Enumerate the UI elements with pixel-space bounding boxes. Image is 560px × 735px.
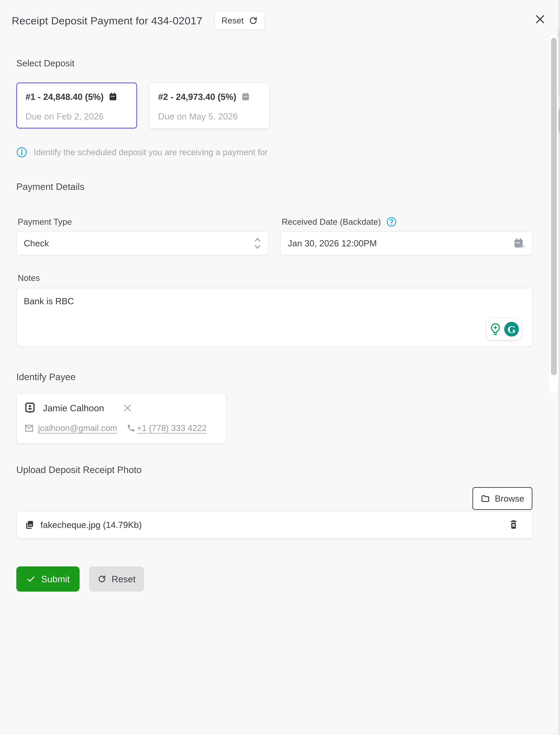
refresh-icon: [98, 575, 106, 583]
deposit-1-due: Due on Feb 2, 2026: [26, 111, 131, 121]
payment-type-field: Payment Type Check: [16, 217, 269, 255]
grammarly-widget[interactable]: G: [487, 318, 521, 340]
phone-icon: [127, 424, 136, 433]
image-icon: [24, 520, 35, 530]
upload-heading: Upload Deposit Receipt Photo: [16, 465, 532, 475]
payee-card: Jamie Calhoon jcalhoon@gmail.com +1 (7: [16, 393, 226, 444]
grammarly-g-icon[interactable]: G: [503, 321, 520, 337]
browse-row: Browse: [16, 487, 532, 510]
received-date-label: Received Date (Backdate): [282, 217, 381, 227]
form-reset-button[interactable]: Reset: [89, 566, 144, 592]
page-edge-strip: [558, 0, 560, 735]
received-date-field: Received Date (Backdate) Jan 30, 2026 12…: [280, 217, 533, 255]
remove-x-icon[interactable]: [123, 403, 132, 413]
header-reset-button[interactable]: Reset: [215, 11, 264, 30]
info-icon: [16, 147, 27, 158]
submit-button[interactable]: Submit: [16, 566, 80, 592]
payee-name: Jamie Calhoon: [43, 403, 104, 413]
payment-details-heading: Payment Details: [16, 182, 532, 192]
deposit-2-due: Due on May 5, 2026: [158, 111, 264, 121]
grammarly-bulb-icon[interactable]: [488, 322, 503, 336]
form-reset-label: Reset: [112, 574, 136, 584]
select-deposit-heading: Select Deposit: [16, 59, 532, 68]
payee-email-link[interactable]: jcalhoon@gmail.com: [38, 423, 117, 433]
calendar-icon: [241, 92, 250, 102]
notes-textarea[interactable]: Bank is RBC G: [16, 288, 532, 346]
contact-card-icon: [24, 402, 35, 414]
check-icon: [26, 574, 36, 584]
folder-icon: [481, 494, 490, 503]
payee-phone-link[interactable]: +1 (778) 333 4222: [137, 423, 207, 433]
received-date-input[interactable]: Jan 30, 2026 12:00PM: [280, 231, 533, 255]
close-icon[interactable]: [534, 14, 546, 25]
submit-label: Submit: [41, 574, 70, 584]
payment-type-value: Check: [24, 238, 254, 248]
identify-payee-heading: Identify Payee: [16, 372, 532, 382]
page-edge-shade: [558, 31, 560, 95]
deposit-options: #1 - 24,848.40 (5%) Due on Feb 2, 2026: [16, 82, 532, 128]
refresh-icon: [249, 16, 258, 25]
browse-button[interactable]: Browse: [472, 487, 532, 510]
payment-fields: Payment Type Check Received Date (Backda…: [16, 217, 532, 255]
modal-body: Select Deposit #1 - 24,848.40 (5%): [0, 59, 560, 592]
file-name: fakecheque.jpg (14.79Kb): [40, 520, 504, 530]
payment-type-label: Payment Type: [18, 217, 72, 227]
page-edge-shade: [558, 109, 560, 133]
scrollbar-track[interactable]: [549, 35, 558, 393]
calendar-edit-icon[interactable]: [513, 237, 525, 249]
trash-x-icon[interactable]: [509, 519, 518, 531]
received-date-value: Jan 30, 2026 12:00PM: [288, 238, 513, 248]
chevron-updown-icon: [254, 236, 261, 250]
page-title: Receipt Deposit Payment for 434-02017: [12, 15, 202, 27]
header-reset-label: Reset: [221, 16, 244, 26]
deposit-card-2[interactable]: #2 - 24,973.40 (5%) Due on May 5, 2026: [149, 82, 270, 128]
payment-type-select[interactable]: Check: [16, 231, 269, 255]
notes-label: Notes: [18, 273, 40, 283]
scrollbar-thumb[interactable]: [551, 38, 557, 375]
form-actions: Submit Reset: [16, 566, 532, 592]
deposit-hint-text: Identify the scheduled deposit you are r…: [34, 147, 268, 157]
mail-icon: [24, 424, 34, 433]
notes-value: Bank is RBC: [24, 296, 74, 306]
deposit-hint: Identify the scheduled deposit you are r…: [16, 147, 532, 158]
deposit-1-label: #1 - 24,848.40 (5%): [26, 92, 104, 102]
modal-header: Receipt Deposit Payment for 434-02017 Re…: [0, 0, 560, 30]
deposit-card-1[interactable]: #1 - 24,848.40 (5%) Due on Feb 2, 2026: [16, 82, 137, 128]
uploaded-file-row: fakecheque.jpg (14.79Kb): [16, 511, 532, 539]
deposit-2-label: #2 - 24,973.40 (5%): [158, 92, 236, 102]
svg-text:G: G: [507, 323, 516, 335]
help-icon[interactable]: [386, 217, 397, 227]
calendar-icon: [108, 92, 118, 102]
browse-label: Browse: [495, 494, 524, 504]
